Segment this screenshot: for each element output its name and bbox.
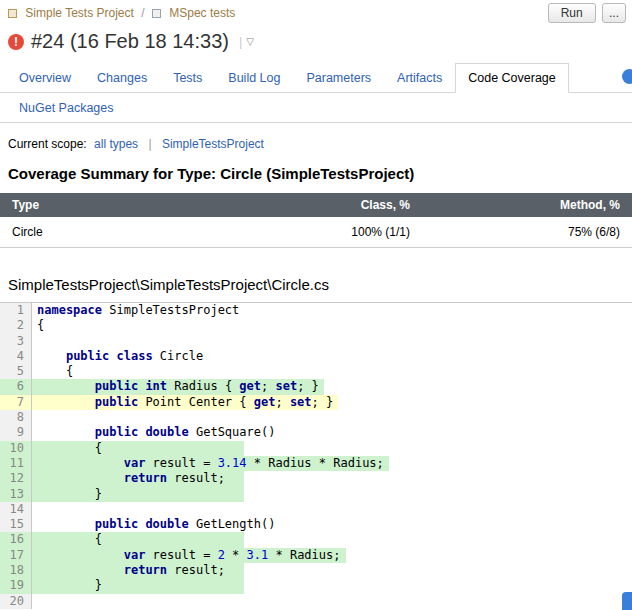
tab-row-1: OverviewChangesTestsBuild LogParametersA… (0, 63, 632, 93)
code-text: var result = 2 * 3.1 * Radius; (32, 548, 346, 563)
code-text: public double GetLength() (32, 517, 280, 532)
project-icon (8, 9, 17, 18)
tab-nuget-packages[interactable]: NuGet Packages (6, 93, 127, 123)
code-line: 9 public double GetSquare() (0, 425, 632, 440)
line-number: 11 (0, 456, 32, 471)
code-text: { (32, 364, 78, 379)
source-file-path: SimpleTestsProject\SimpleTestsProject\Ci… (8, 276, 624, 293)
tab-overview[interactable]: Overview (6, 63, 84, 93)
code-line: 13 } (0, 487, 632, 502)
build-status-failed-icon: ! (8, 34, 24, 50)
code-line: 1namespace SimpleTestsProject (0, 303, 632, 318)
code-line: 17 var result = 2 * 3.1 * Radius; (0, 548, 632, 563)
code-line: 8 (0, 410, 632, 425)
more-actions-button[interactable]: ... (602, 3, 626, 23)
line-number: 6 (0, 379, 32, 394)
line-number: 20 (0, 594, 32, 609)
scope-all-types-link[interactable]: all types (94, 137, 138, 151)
code-text: { (32, 441, 244, 456)
code-line: 16 { (0, 532, 632, 547)
code-text: { (32, 318, 49, 333)
line-number: 14 (0, 502, 32, 517)
scope-project-link[interactable]: SimpleTestsProject (162, 137, 264, 151)
code-text: public int Radius { get; set; } (32, 379, 324, 394)
line-number: 16 (0, 532, 32, 547)
tab-parameters[interactable]: Parameters (293, 63, 384, 93)
coverage-table-body: Circle100% (1/1)75% (6/8) (0, 217, 632, 248)
line-number: 7 (0, 395, 32, 410)
code-line: 3 (0, 334, 632, 349)
code-line: 14 (0, 502, 632, 517)
code-text: public double GetSquare() (32, 425, 280, 440)
coverage-table-header-row: Type Class, % Method, % (0, 193, 632, 217)
code-text (32, 594, 42, 609)
coverage-summary-heading: Coverage Summary for Type: Circle (Simpl… (8, 165, 624, 182)
build-type-icon (152, 9, 161, 18)
build-history-dropdown-icon[interactable]: ▽ (246, 36, 254, 47)
build-title: #24 (16 Feb 18 14:33) (31, 30, 229, 53)
line-number: 15 (0, 517, 32, 532)
tab-overflow-icon[interactable] (622, 69, 632, 84)
breadcrumb-project-link[interactable]: Simple Tests Project (25, 6, 134, 20)
line-number: 5 (0, 364, 32, 379)
code-line: 19 } (0, 578, 632, 593)
tab-row-2: NuGet Packages (0, 93, 632, 123)
line-number: 17 (0, 548, 32, 563)
coverage-summary-table: Type Class, % Method, % Circle100% (1/1)… (0, 193, 632, 248)
code-text: return result; (32, 471, 244, 486)
column-header-class-pct: Class, % (232, 193, 422, 217)
code-line: 10 { (0, 441, 632, 456)
code-text: return result; (32, 563, 244, 578)
code-line: 7 public Point Center { get; set; } (0, 395, 632, 410)
current-scope: Current scope: all types | SimpleTestsPr… (8, 137, 624, 151)
line-number: 19 (0, 578, 32, 593)
line-number: 12 (0, 471, 32, 486)
code-text: } (32, 578, 244, 593)
breadcrumb: Simple Tests Project / MSpec tests Run .… (0, 0, 632, 22)
code-line: 18 return result; (0, 563, 632, 578)
cell-type: Circle (0, 217, 232, 248)
line-number: 18 (0, 563, 32, 578)
tab-artifacts[interactable]: Artifacts (384, 63, 455, 93)
coverage-row: Circle100% (1/1)75% (6/8) (0, 217, 632, 248)
line-number: 13 (0, 487, 32, 502)
code-text (32, 410, 42, 425)
tab-code-coverage[interactable]: Code Coverage (455, 63, 569, 93)
scrollbar-thumb[interactable] (622, 592, 632, 610)
line-number: 2 (0, 318, 32, 333)
code-line: 2{ (0, 318, 632, 333)
build-actions: Run ... (548, 3, 626, 23)
tab-changes[interactable]: Changes (84, 63, 160, 93)
title-separator: | (239, 34, 242, 49)
code-line: 6 public int Radius { get; set; } (0, 379, 632, 394)
code-text: { (32, 532, 244, 547)
line-number: 1 (0, 303, 32, 318)
scope-label: Current scope: (8, 137, 87, 151)
code-listing: 1namespace SimpleTestsProject2{34 public… (0, 302, 632, 609)
code-line: 11 var result = 3.14 * Radius * Radius; (0, 456, 632, 471)
code-text (32, 502, 42, 517)
code-text: namespace SimpleTestsProject (32, 303, 244, 318)
build-title-row: ! #24 (16 Feb 18 14:33) | ▽ (0, 22, 632, 53)
code-text: public class Circle (32, 349, 208, 364)
column-header-type: Type (0, 193, 232, 217)
cell-method-pct: 75% (6/8) (422, 217, 632, 248)
code-line: 5 { (0, 364, 632, 379)
line-number: 4 (0, 349, 32, 364)
cell-class-pct: 100% (1/1) (232, 217, 422, 248)
tab-build-log[interactable]: Build Log (215, 63, 293, 93)
tab-tests[interactable]: Tests (160, 63, 215, 93)
code-text: var result = 3.14 * Radius * Radius; (32, 456, 389, 471)
code-line: 4 public class Circle (0, 349, 632, 364)
code-text (32, 334, 42, 349)
code-line: 20 (0, 594, 632, 609)
breadcrumb-separator: / (141, 6, 144, 20)
breadcrumb-buildtype-link[interactable]: MSpec tests (169, 6, 235, 20)
line-number: 3 (0, 334, 32, 349)
run-button[interactable]: Run (548, 3, 596, 23)
code-text: } (32, 487, 244, 502)
code-line: 15 public double GetLength() (0, 517, 632, 532)
code-line: 12 return result; (0, 471, 632, 486)
line-number: 9 (0, 425, 32, 440)
column-header-method-pct: Method, % (422, 193, 632, 217)
